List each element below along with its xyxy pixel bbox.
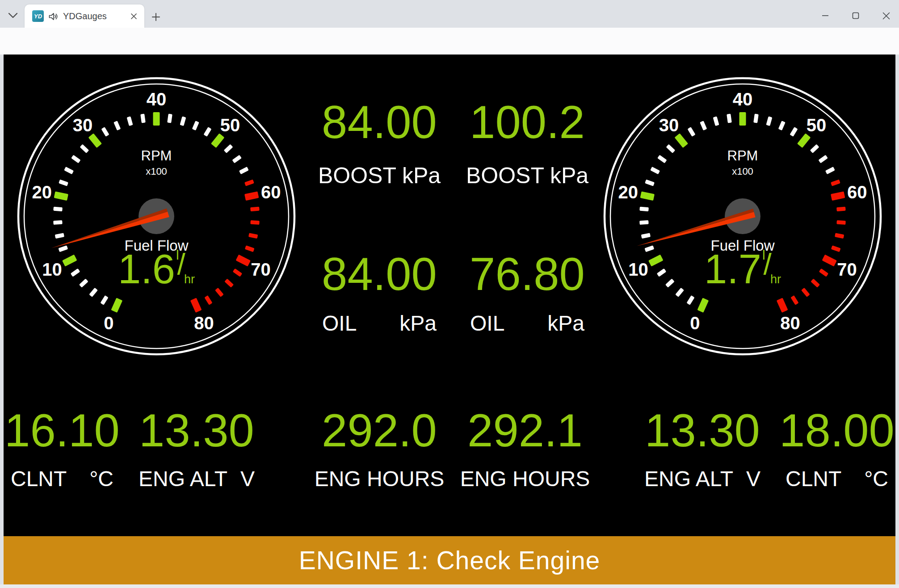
minor-tick [836,220,846,225]
major-tick [640,191,655,201]
fuel-flow-value: 1.6 l / hr [9,248,304,290]
boost-value-engine2: 100.2 [447,99,608,145]
yd-favicon: YD [32,10,44,22]
browser-toolbar: Not secure 192.168.1.148/g.html [0,28,899,55]
tab-strip: YD YDGauges [0,0,899,28]
boost-label-engine2: BOOST kPa [447,164,608,187]
coolant-value-engine2: 18.00 [765,407,899,454]
minor-tick [53,207,63,211]
gauge-title: RPM [595,149,890,163]
major-tick [244,191,259,201]
minor-tick [127,116,133,126]
minor-tick [700,121,707,130]
gauge-multiplier: x100 [595,167,890,176]
major-tick [211,133,225,148]
coolant-label-engine1: CLNT°C [11,468,113,490]
minor-tick [180,116,186,126]
rpm-gauge-engine2: 01020304050607080 RPM x100 Fuel Flow 1.7… [595,69,890,364]
minor-tick [639,220,649,225]
major-tick [88,133,102,148]
hours-value-engine1: 292.0 [308,407,451,454]
engine-alert-bar: ENGINE 1: Check Engine [4,536,895,584]
minor-tick [645,180,655,186]
window-bottom-edge [0,584,899,588]
tab-close-icon[interactable] [129,12,138,21]
minor-tick [250,220,260,225]
dial-number: 0 [104,313,113,333]
window-controls [817,8,895,23]
major-tick [697,298,709,313]
hours-label-engine2: ENG HOURS [445,468,605,490]
minor-tick [753,114,759,123]
minor-tick [639,207,649,211]
alert-text: ENGINE 1: Check Engine [299,546,601,575]
new-tab-button[interactable] [149,10,163,24]
window-close-button[interactable] [878,8,895,23]
major-tick [111,298,122,313]
minor-tick [778,121,786,130]
alternator-label-engine1: ENG ALTV [139,468,255,490]
window-minimize-button[interactable] [817,8,834,23]
dial-number: 40 [147,89,167,109]
minor-tick [686,295,694,305]
window-maximize-button[interactable] [847,8,864,23]
minor-tick [140,114,146,123]
minor-tick [167,114,172,123]
major-tick [54,191,68,201]
minor-tick [766,116,772,126]
minor-tick [100,295,108,305]
dial-number: 50 [807,115,827,135]
alternator-label-engine2: ENG ALTV [644,468,760,490]
tab-title: YDGauges [63,4,107,28]
minor-tick [192,121,199,130]
dial-number: 60 [261,182,281,202]
oil-value-engine1: 84.00 [299,251,460,297]
minor-tick [59,180,68,186]
hours-value-engine2: 292.1 [454,407,597,454]
minor-tick [204,295,212,305]
hours-label-engine1: ENG HOURS [299,468,460,490]
minor-tick [790,127,798,137]
tab-search-chevron-icon[interactable] [6,10,20,21]
dial-number: 30 [73,115,93,135]
major-tick [831,191,845,201]
dial-number: 0 [690,313,700,333]
minor-tick [836,207,846,211]
minor-tick [687,127,695,137]
dial-number: 80 [780,313,800,333]
alternator-value-engine2: 13.30 [631,407,774,454]
minor-tick [713,116,719,126]
major-tick [777,298,788,313]
dial-number: 20 [32,182,52,202]
dial-number: 40 [733,89,753,109]
dial-number: 20 [618,182,638,202]
coolant-label-engine2: CLNT°C [786,468,888,490]
gauge-dial: 01020304050607080 [9,69,304,364]
gauge-multiplier: x100 [9,167,304,176]
major-tick [797,133,811,148]
coolant-value-engine1: 16.10 [0,407,134,454]
boost-value-engine1: 84.00 [299,99,460,145]
browser-window: YD YDGauges [0,0,899,588]
minor-tick [113,121,121,130]
tab-ydgauges[interactable]: YD YDGauges [25,4,144,28]
dial-number: 50 [220,115,240,135]
major-tick [675,133,689,148]
minor-tick [790,295,798,305]
dial-number: 80 [194,313,214,333]
minor-tick [101,127,109,137]
oil-label-engine2: OILkPa [470,313,584,334]
tab-audio-icon[interactable] [48,11,59,22]
major-tick [153,112,160,126]
minor-tick [53,220,63,225]
minor-tick [244,180,254,186]
major-tick [739,112,746,126]
fuel-flow-unit: l / hr [762,248,781,286]
minor-tick [727,114,732,123]
minor-tick [203,127,211,137]
minor-tick [250,207,260,211]
fuel-flow-value: 1.7 l / hr [595,248,890,290]
dial-number: 60 [847,182,867,202]
gauge-title: RPM [9,149,304,163]
fuel-flow-unit: l / hr [176,248,195,286]
